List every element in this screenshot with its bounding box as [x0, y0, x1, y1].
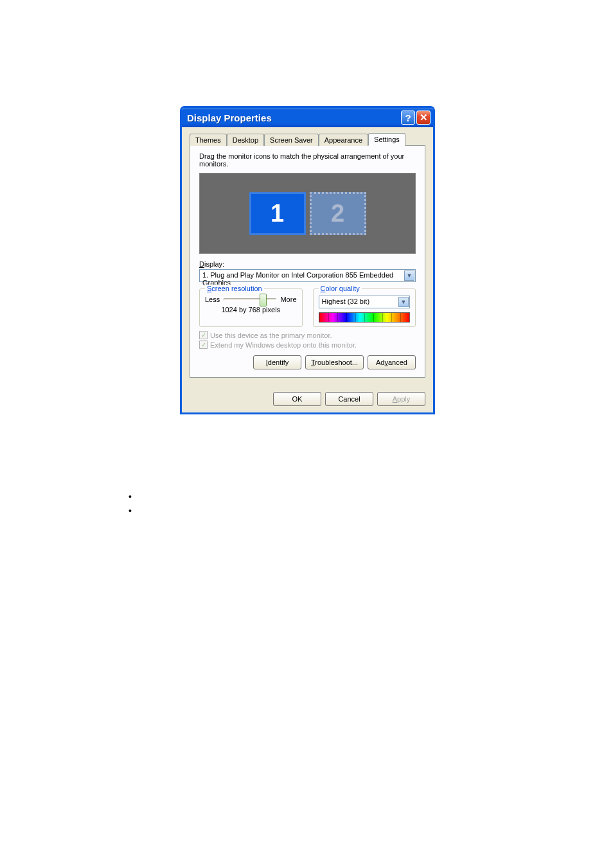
chevron-down-icon: ▼ [398, 297, 409, 307]
settings-button-row: Identify Troubleshoot... Advanced [199, 355, 416, 369]
advanced-button[interactable]: Advanced [368, 355, 416, 369]
slider-more-label: More [280, 296, 296, 303]
dialog-button-row: OK Cancel Apply [182, 385, 433, 412]
color-quality-select[interactable]: Highest (32 bit) ▼ [319, 296, 411, 308]
tab-desktop[interactable]: Desktop [227, 134, 264, 146]
slider-less-label: Less [205, 296, 220, 303]
close-icon: ✕ [420, 112, 428, 123]
monitor-arrangement-area[interactable]: 1 2 [199, 173, 416, 254]
monitor-1[interactable]: 1 [249, 192, 306, 235]
color-quality-group: Color quality Highest (32 bit) ▼ [313, 288, 416, 327]
color-quality-value: Highest (32 bit) [322, 297, 370, 305]
cancel-button[interactable]: Cancel [325, 392, 373, 406]
resolution-legend: Screen resolution [205, 285, 264, 292]
color-legend: Color quality [319, 285, 362, 292]
slider-thumb[interactable] [260, 294, 267, 306]
tab-settings[interactable]: Settings [368, 133, 405, 146]
color-spectrum-preview [319, 312, 411, 323]
dialog-body: Themes Desktop Screen Saver Appearance S… [182, 127, 433, 385]
primary-monitor-checkbox-row: ✓ Use this device as the primary monitor… [199, 331, 416, 339]
tab-strip: Themes Desktop Screen Saver Appearance S… [190, 132, 425, 145]
apply-button: Apply [377, 392, 425, 406]
resolution-slider-row: Less More [205, 296, 297, 303]
chevron-down-icon: ▼ [404, 270, 414, 281]
close-button[interactable]: ✕ [416, 111, 431, 125]
resolution-value: 1024 by 768 pixels [205, 306, 297, 314]
bullet-item: • [129, 490, 132, 504]
extend-desktop-checkbox: ✓ [199, 341, 208, 349]
ok-button[interactable]: OK [273, 392, 321, 406]
identify-button[interactable]: Identify [253, 355, 301, 369]
tab-appearance[interactable]: Appearance [319, 134, 368, 146]
primary-monitor-checkbox: ✓ [199, 331, 208, 339]
bullet-list: • • [129, 490, 132, 518]
settings-panel: Drag the monitor icons to match the phys… [190, 145, 425, 378]
help-button[interactable]: ? [401, 111, 415, 125]
display-select[interactable]: 1. Plug and Play Monitor on Intel Corpor… [199, 269, 416, 282]
bullet-item: • [129, 504, 132, 518]
screen-resolution-group: Screen resolution Less More 1024 by 768 … [199, 288, 303, 327]
resolution-slider[interactable] [224, 298, 276, 301]
display-label: Display: [199, 260, 416, 268]
tab-screensaver[interactable]: Screen Saver [264, 134, 319, 146]
troubleshoot-button[interactable]: Troubleshoot... [305, 355, 364, 369]
tab-themes[interactable]: Themes [190, 134, 227, 146]
display-properties-dialog: Display Properties ? ✕ Themes Desktop Sc… [180, 106, 435, 414]
extend-desktop-checkbox-row: ✓ Extend my Windows desktop onto this mo… [199, 341, 416, 349]
resolution-color-row: Screen resolution Less More 1024 by 768 … [199, 288, 416, 327]
monitor-2[interactable]: 2 [310, 192, 366, 235]
window-title: Display Properties [187, 112, 400, 123]
instruction-text: Drag the monitor icons to match the phys… [199, 152, 416, 168]
titlebar[interactable]: Display Properties ? ✕ [182, 108, 433, 127]
